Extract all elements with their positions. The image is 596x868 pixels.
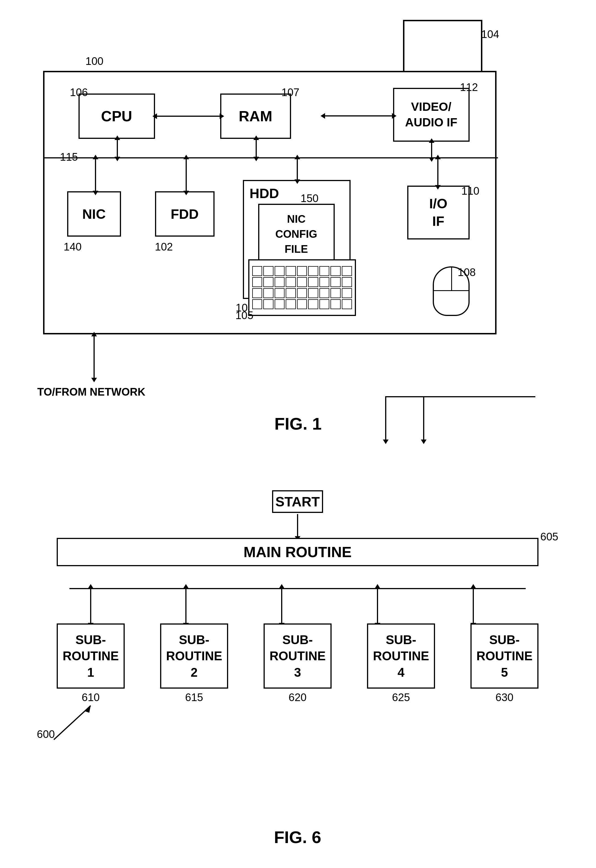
io-num: 110 (462, 185, 479, 197)
mouse-line (434, 290, 468, 291)
nic-text: NIC (82, 206, 106, 222)
pc-box: CPU 106 RAM 107 VIDEO/AUDIO IF 112 (43, 71, 497, 334)
sub1-label: SUB-ROUTINE1 (63, 632, 119, 681)
svg-marker-1 (85, 706, 91, 713)
pc-system-label: 100 (86, 55, 103, 68)
bus-line (44, 157, 498, 158)
start-box: START (272, 490, 323, 513)
ram-label: RAM (239, 108, 272, 125)
hdd-text: HDD (250, 186, 279, 201)
svg-line-0 (54, 706, 91, 740)
arrow-nic-bus (95, 159, 96, 191)
ram-num: 107 (282, 86, 299, 99)
video-label: VIDEO/AUDIO IF (405, 99, 457, 130)
sub3-label: SUB-ROUTINE3 (270, 632, 326, 681)
cpu-box: CPU (78, 93, 155, 139)
page: { "fig1": { "title": "FIG. 1", "labels":… (0, 0, 596, 868)
arrow-sub5 (473, 588, 474, 623)
nic-config-text: NICCONFIGFILE (276, 212, 317, 257)
arrow-io-mouse (423, 396, 424, 440)
arrow-video-io (325, 115, 392, 117)
sub2-num: 615 (160, 691, 228, 704)
arrow-start-main (297, 514, 298, 537)
arrow-cpu-bus (117, 139, 118, 157)
sub5-num: 630 (471, 691, 538, 704)
mouse-num: 108 (458, 266, 475, 279)
arrow-io-keyboard (385, 396, 386, 440)
arrow-600-svg (37, 697, 93, 743)
start-label: START (276, 494, 320, 509)
fig6-hline (69, 588, 526, 589)
arrow-nic-network (93, 336, 94, 378)
arrow-hdd-bus (297, 159, 298, 180)
nic-num: 140 (64, 241, 82, 253)
fig1-title: FIG. 1 (274, 414, 322, 434)
subroutine-row: SUB-ROUTINE1 SUB-ROUTINE2 SUB-ROUTINE3 S… (57, 623, 538, 689)
sub4-box: SUB-ROUTINE4 (367, 623, 435, 689)
key (252, 266, 263, 276)
arrow-fdd-bus (186, 159, 187, 191)
keyboard-grid (252, 266, 352, 309)
arrow-sub3 (281, 588, 282, 623)
arrow-sub1 (90, 588, 91, 623)
sub2-box: SUB-ROUTINE2 (160, 623, 228, 689)
arrow-video-bus (431, 142, 432, 158)
main-box: MAIN ROUTINE (57, 538, 538, 566)
fdd-text: FDD (171, 206, 199, 222)
nic-config-num: 150 (301, 192, 319, 205)
sub5-label: SUB-ROUTINE5 (477, 632, 533, 681)
sub4-label: SUB-ROUTINE4 (373, 632, 429, 681)
arrow-io-bus (437, 159, 438, 186)
cpu-num: 106 (70, 86, 88, 99)
mouse-vline (451, 267, 452, 290)
fig1-diagram: 104 100 CPU 106 RAM 107 VIDEO/AUDIO IF 1… (29, 11, 567, 436)
arrow-ram-bus (256, 139, 257, 157)
video-num: 112 (460, 81, 478, 93)
monitor-label: 104 (481, 28, 499, 40)
ram-box: RAM (220, 93, 291, 139)
main-label: MAIN ROUTINE (243, 543, 351, 561)
sub3-box: SUB-ROUTINE3 (264, 623, 332, 689)
nic-config-box: NICCONFIGFILE (258, 204, 335, 265)
sub-labels: 610 615 620 625 630 (57, 691, 538, 704)
sub2-label: SUB-ROUTINE2 (166, 632, 222, 681)
keyboard-box (248, 259, 356, 316)
fdd-num: 102 (155, 241, 173, 253)
nic-box: NIC (67, 191, 121, 237)
h-line-io-devices (385, 396, 536, 397)
fig6-arrows-container (28, 567, 567, 623)
arrow-cpu-ram (156, 116, 220, 117)
fig6-diagram: START MAIN ROUTINE 605 (28, 476, 567, 816)
network-label: TO/FROM NETWORK (37, 385, 145, 400)
io-text: I/OIF (429, 195, 447, 230)
bus-num: 115 (60, 151, 78, 163)
fig6-section: START MAIN ROUTINE 605 (14, 476, 581, 847)
keyboard-num: 105 (236, 310, 253, 322)
fdd-box: FDD (155, 191, 214, 237)
sub1-box: SUB-ROUTINE1 (57, 623, 125, 689)
arrow-sub4 (377, 588, 378, 623)
sub3-num: 620 (264, 691, 332, 704)
arrow-sub2 (185, 588, 186, 623)
sub5-box: SUB-ROUTINE5 (471, 623, 538, 689)
sub4-num: 625 (367, 691, 435, 704)
fig6-title: FIG. 6 (14, 828, 581, 847)
io-box: I/OIF (407, 186, 470, 239)
cpu-label: CPU (101, 108, 132, 125)
main-num: 605 (540, 531, 558, 543)
video-box: VIDEO/AUDIO IF (393, 88, 470, 142)
